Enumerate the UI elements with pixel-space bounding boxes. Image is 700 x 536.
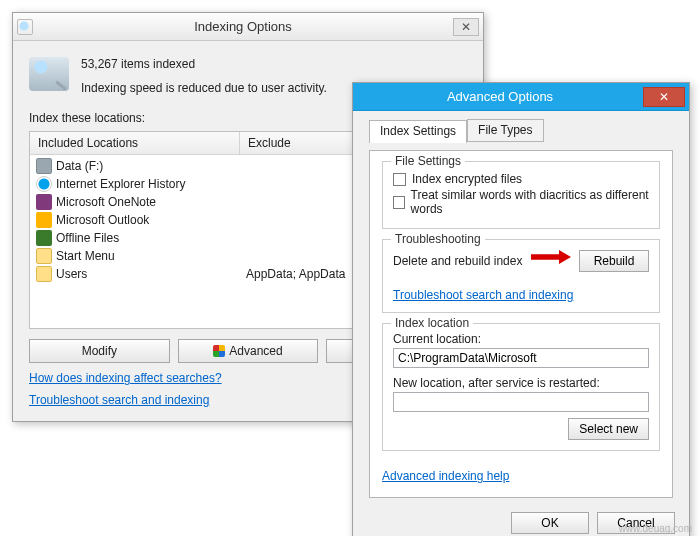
file-settings-group: File Settings Index encrypted files Trea…: [382, 161, 660, 229]
item-label: Users: [56, 267, 87, 281]
troubleshooting-group: Troubleshooting Delete and rebuild index…: [382, 239, 660, 313]
rebuild-button[interactable]: Rebuild: [579, 250, 649, 272]
delete-rebuild-label: Delete and rebuild index: [393, 254, 522, 268]
item-label: Offline Files: [56, 231, 119, 245]
checkbox-icon: [393, 173, 406, 186]
item-label: Start Menu: [56, 249, 115, 263]
item-icon: [36, 158, 52, 174]
group-legend: Index location: [391, 316, 473, 330]
new-location-label: New location, after service is restarted…: [393, 376, 649, 390]
item-icon: [36, 230, 52, 246]
troubleshoot-search-link[interactable]: Troubleshoot search and indexing: [393, 288, 573, 302]
how-indexing-link[interactable]: How does indexing affect searches?: [29, 371, 222, 385]
magnifier-icon: [29, 57, 69, 91]
index-encrypted-checkbox[interactable]: Index encrypted files: [393, 172, 649, 186]
items-indexed-count: 53,267 items indexed: [81, 57, 327, 71]
group-legend: Troubleshooting: [391, 232, 485, 246]
advanced-options-window: Advanced Options ✕ Index Settings File T…: [352, 82, 690, 536]
tab-panel: File Settings Index encrypted files Trea…: [369, 150, 673, 498]
titlebar[interactable]: Indexing Options ✕: [13, 13, 483, 41]
close-button[interactable]: ✕: [453, 18, 479, 36]
checkbox-icon: [393, 196, 405, 209]
ok-button[interactable]: OK: [511, 512, 589, 534]
advanced-button[interactable]: Advanced: [178, 339, 319, 363]
tab-file-types[interactable]: File Types: [467, 119, 543, 142]
close-button[interactable]: ✕: [643, 87, 685, 107]
item-icon: [36, 248, 52, 264]
group-legend: File Settings: [391, 154, 465, 168]
item-label: Microsoft Outlook: [56, 213, 149, 227]
troubleshoot-link[interactable]: Troubleshoot search and indexing: [29, 393, 209, 407]
current-location-label: Current location:: [393, 332, 649, 346]
window-title: Advanced Options: [357, 89, 643, 104]
col-included[interactable]: Included Locations: [30, 132, 240, 154]
magnifier-icon: [17, 19, 33, 35]
select-new-button[interactable]: Select new: [568, 418, 649, 440]
index-location-group: Index location Current location: New loc…: [382, 323, 660, 451]
item-icon: [36, 266, 52, 282]
item-label: Data (F:): [56, 159, 103, 173]
window-title: Indexing Options: [33, 19, 453, 34]
advanced-indexing-help-link[interactable]: Advanced indexing help: [382, 469, 509, 483]
tab-index-settings[interactable]: Index Settings: [369, 120, 467, 143]
watermark: www.deuaq.com: [619, 523, 692, 534]
modify-button[interactable]: Modify: [29, 339, 170, 363]
item-icon: [36, 176, 52, 192]
item-icon: [36, 212, 52, 228]
new-location-field[interactable]: [393, 392, 649, 412]
diacritics-checkbox[interactable]: Treat similar words with diacritics as d…: [393, 188, 649, 216]
item-icon: [36, 194, 52, 210]
tabset: Index Settings File Types: [369, 119, 673, 142]
shield-icon: [213, 345, 225, 357]
item-label: Internet Explorer History: [56, 177, 185, 191]
titlebar[interactable]: Advanced Options ✕: [353, 83, 689, 111]
current-location-field[interactable]: [393, 348, 649, 368]
indexing-speed-status: Indexing speed is reduced due to user ac…: [81, 81, 327, 95]
item-label: Microsoft OneNote: [56, 195, 156, 209]
